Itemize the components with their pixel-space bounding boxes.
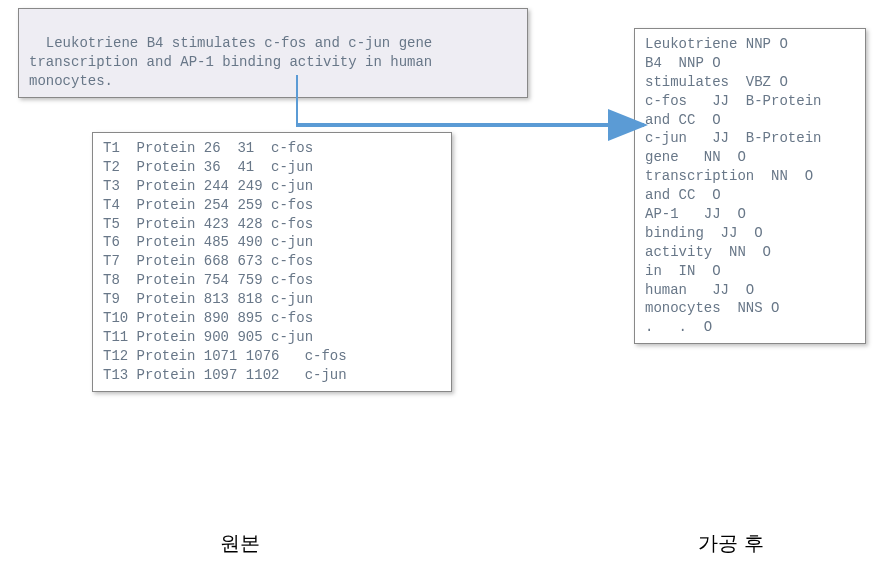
- source-text-content: Leukotriene B4 stimulates c-fos and c-ju…: [29, 35, 432, 89]
- output-panel: Leukotriene NNP OB4 NNP Ostimulates VBZ …: [634, 28, 866, 344]
- output-token-row: binding JJ O: [645, 224, 855, 243]
- output-token-row: human JJ O: [645, 281, 855, 300]
- output-token-row: monocytes NNS O: [645, 299, 855, 318]
- output-token-row: activity NN O: [645, 243, 855, 262]
- annotation-row: T3 Protein 244 249 c-jun: [103, 177, 441, 196]
- annotation-row: T9 Protein 813 818 c-jun: [103, 290, 441, 309]
- output-token-row: in IN O: [645, 262, 855, 281]
- annotation-row: T2 Protein 36 41 c-jun: [103, 158, 441, 177]
- output-token-row: gene NN O: [645, 148, 855, 167]
- output-token-row: and CC O: [645, 111, 855, 130]
- annotation-row: T7 Protein 668 673 c-fos: [103, 252, 441, 271]
- output-token-row: B4 NNP O: [645, 54, 855, 73]
- annotation-row: T8 Protein 754 759 c-fos: [103, 271, 441, 290]
- annotation-row: T13 Protein 1097 1102 c-jun: [103, 366, 441, 385]
- source-text-panel: Leukotriene B4 stimulates c-fos and c-ju…: [18, 8, 528, 98]
- label-processed: 가공 후: [698, 530, 764, 557]
- annotation-row: T10 Protein 890 895 c-fos: [103, 309, 441, 328]
- annotation-row: T11 Protein 900 905 c-jun: [103, 328, 441, 347]
- output-token-row: stimulates VBZ O: [645, 73, 855, 92]
- annotation-row: T5 Protein 423 428 c-fos: [103, 215, 441, 234]
- label-original: 원본: [220, 530, 260, 557]
- output-token-row: . . O: [645, 318, 855, 337]
- output-token-row: c-fos JJ B-Protein: [645, 92, 855, 111]
- output-token-row: AP-1 JJ O: [645, 205, 855, 224]
- output-token-row: transcription NN O: [645, 167, 855, 186]
- annotation-row: T6 Protein 485 490 c-jun: [103, 233, 441, 252]
- output-token-row: and CC O: [645, 186, 855, 205]
- annotation-panel: T1 Protein 26 31 c-fosT2 Protein 36 41 c…: [92, 132, 452, 392]
- annotation-row: T1 Protein 26 31 c-fos: [103, 139, 441, 158]
- annotation-row: T12 Protein 1071 1076 c-fos: [103, 347, 441, 366]
- output-token-row: Leukotriene NNP O: [645, 35, 855, 54]
- output-token-row: c-jun JJ B-Protein: [645, 129, 855, 148]
- annotation-row: T4 Protein 254 259 c-fos: [103, 196, 441, 215]
